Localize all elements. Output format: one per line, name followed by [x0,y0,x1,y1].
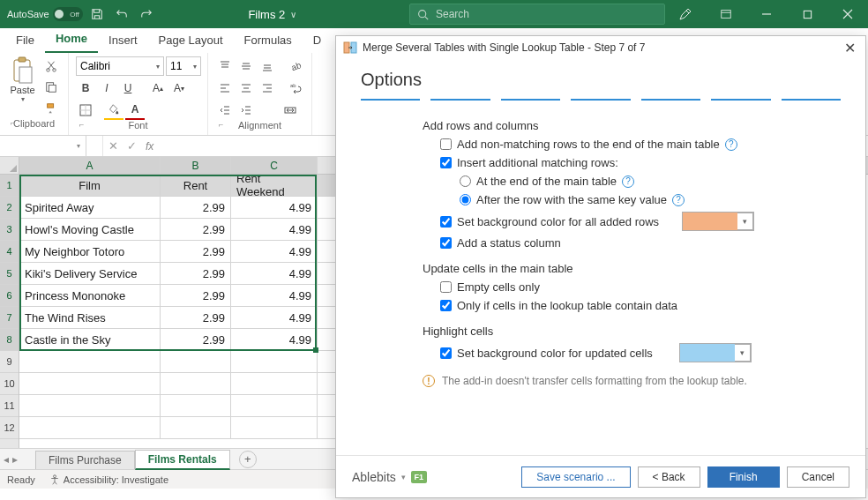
tab-data-cut[interactable]: D [303,29,332,53]
italic-button[interactable]: I [97,78,116,98]
underline-button[interactable]: U [118,78,138,98]
data-cell[interactable]: Howl's Moving Castle [19,219,161,241]
help-icon[interactable]: ? [725,138,737,151]
row-header-2[interactable]: 2 [0,197,19,219]
row-header-8[interactable]: 8 [0,329,19,351]
row-header-7[interactable]: 7 [0,307,19,329]
data-cell[interactable] [231,417,318,439]
tab-file[interactable]: File [5,29,45,53]
color-dropdown-updated[interactable]: ▾ [735,344,751,362]
cut-icon[interactable] [41,56,61,76]
align-center-icon[interactable] [236,78,256,98]
checkbox-status-column[interactable] [440,237,452,249]
data-cell[interactable]: 2.99 [161,197,231,219]
maximize-button[interactable] [787,0,827,28]
data-cell[interactable]: Kiki's Delivery Service [19,263,161,285]
row-header-3[interactable]: 3 [0,219,19,241]
font-color-icon[interactable]: A [125,101,145,120]
finish-button[interactable]: Finish [707,466,780,488]
enter-formula-icon[interactable]: ✓ [127,139,137,153]
data-cell[interactable]: My Neighbor Totoro [19,241,161,263]
data-cell[interactable]: Princess Mononoke [19,285,161,307]
row-header-1[interactable]: 1 [0,175,19,197]
next-sheet-icon[interactable]: ▸ [12,453,18,466]
accessibility-status[interactable]: Accessibility: Investigate [49,474,168,485]
data-cell[interactable]: 4.99 [231,329,318,351]
radio-end-input[interactable] [460,175,471,187]
help-icon[interactable]: ? [672,194,685,206]
autosave-toggle[interactable]: Off [53,7,83,21]
prev-sheet-icon[interactable]: ◂ [4,453,9,466]
checkbox-bgcolor-added[interactable] [440,216,452,228]
data-cell[interactable]: 4.99 [231,197,318,219]
new-sheet-button[interactable]: + [239,451,257,468]
row-header-10[interactable]: 10 [0,373,19,395]
minimize-button[interactable] [746,0,787,28]
close-pane-button[interactable]: ✕ [841,40,858,56]
search-input[interactable]: Search [409,4,665,25]
data-cell[interactable]: The Wind Rises [19,307,161,329]
decrease-indent-icon[interactable] [215,101,235,120]
option-nonmatching-rows[interactable]: Add non-matching rows to the end of the … [440,138,841,151]
help-icon[interactable]: ? [622,175,634,188]
name-box[interactable]: ▾ [0,136,86,156]
sheet-tab-purchase[interactable]: Films Purchase [35,451,135,469]
column-header-A[interactable]: A [19,157,161,174]
tab-page-layout[interactable]: Page Layout [148,29,234,53]
sheet-tab-rentals[interactable]: Films Rentals [135,450,230,470]
radio-after-input[interactable] [460,194,471,205]
data-cell[interactable]: Castle in the Sky [19,329,161,351]
align-middle-icon[interactable] [236,56,256,76]
header-cell[interactable]: Film [19,175,161,197]
color-swatch-added[interactable] [683,213,737,230]
save-scenario-button[interactable]: Save scenario ... [521,466,630,488]
pen-icon[interactable] [665,0,706,28]
align-top-icon[interactable] [215,56,235,76]
data-cell[interactable]: 2.99 [161,307,231,329]
data-cell[interactable]: 4.99 [231,219,318,241]
tab-insert[interactable]: Insert [98,29,148,53]
bold-button[interactable]: B [76,78,95,98]
font-name-select[interactable]: Calibri▾ [76,56,164,76]
data-cell[interactable]: 2.99 [161,329,231,351]
data-cell[interactable]: 2.99 [161,241,231,263]
row-header-12[interactable]: 12 [0,417,19,439]
format-painter-icon[interactable] [41,99,61,118]
data-cell[interactable] [231,373,318,395]
option-status-column[interactable]: Add a status column [440,236,841,250]
column-header-B[interactable]: B [161,157,231,174]
chevron-down-icon[interactable]: ▾ [401,473,406,481]
wrap-text-icon[interactable]: ab [286,78,305,98]
tab-formulas[interactable]: Formulas [234,29,303,53]
redo-icon[interactable] [136,4,157,25]
checkbox-empty-only[interactable] [440,281,452,293]
color-swatch-updated[interactable] [680,344,735,362]
increase-indent-icon[interactable] [236,101,256,120]
data-cell[interactable] [19,373,161,395]
data-cell[interactable] [19,351,161,373]
data-cell[interactable]: 2.99 [161,263,231,285]
alignment-launcher-icon[interactable]: ⌐ [219,120,308,129]
align-right-icon[interactable] [258,78,277,98]
align-left-icon[interactable] [215,78,235,98]
data-cell[interactable]: 4.99 [231,241,318,263]
data-cell[interactable]: 2.99 [161,285,231,307]
option-empty-only[interactable]: Empty cells only [440,280,841,294]
checkbox-nonmatching[interactable] [440,138,452,150]
brand-label[interactable]: Ablebits [352,470,396,484]
data-cell[interactable] [19,417,161,439]
data-cell[interactable] [19,395,161,417]
ribbon-display-icon[interactable] [706,0,746,28]
borders-icon[interactable] [76,101,95,120]
increase-font-icon[interactable]: A▴ [148,78,168,98]
data-cell[interactable]: 4.99 [231,307,318,329]
close-button[interactable] [827,0,868,28]
select-all-corner[interactable] [0,157,19,175]
checkbox-insert-matching[interactable] [440,157,452,168]
data-cell[interactable] [161,351,231,373]
checkbox-only-if-data[interactable] [440,300,452,311]
paste-button[interactable]: Paste ▾ [7,56,38,103]
data-cell[interactable]: 4.99 [231,285,318,307]
data-cell[interactable] [161,373,231,395]
radio-at-end[interactable]: At the end of the main table ? [460,175,841,188]
